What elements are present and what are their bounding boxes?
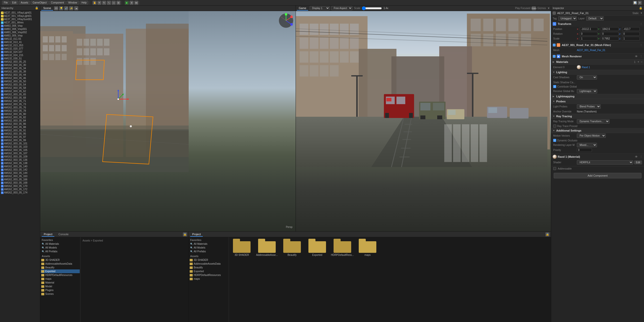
- list-item[interactable]: ▪ AM162_003_05_88: [0, 126, 40, 129]
- tree2-3d-shader[interactable]: 3D SHADER: [189, 258, 228, 262]
- probes-section-header[interactable]: ▼ Probes: [551, 99, 644, 104]
- rotation-z[interactable]: [622, 32, 640, 36]
- menu-gameobject[interactable]: GameObject: [31, 1, 48, 5]
- list-item[interactable]: ▪ AM162_003_05_68: [0, 96, 40, 99]
- asset-item-hdrp[interactable]: HDRPDefaultRess...: [331, 239, 354, 256]
- bottom-lock-icon[interactable]: 🔒: [183, 232, 187, 236]
- rotate-tool[interactable]: ↻: [102, 1, 106, 5]
- list-item[interactable]: ▪ AM162_003_05_166: [0, 178, 40, 181]
- move-tool[interactable]: ✛: [97, 1, 101, 5]
- list-item[interactable]: ▪ AM162_003_05_65: [0, 93, 40, 96]
- static-dropdown-icon[interactable]: ▼: [640, 12, 642, 14]
- tree2-exported[interactable]: Exported: [189, 269, 228, 273]
- list-item[interactable]: ▪ AM132_013_053: [0, 44, 40, 47]
- assets-content[interactable]: Assets > Exported: [80, 237, 188, 322]
- fav-all-models[interactable]: 🔍 All Models: [41, 246, 80, 250]
- receive-gi-dropdown[interactable]: Lightmaps: [577, 89, 597, 93]
- aspect-dropdown[interactable]: Free Aspect: [331, 6, 352, 10]
- lighting-section-header[interactable]: ▼ Lighting: [551, 70, 644, 75]
- transform-options[interactable]: ⋮: [640, 22, 642, 26]
- position-x[interactable]: [580, 27, 597, 31]
- list-item[interactable]: ▪ AM162_003_05_105: [0, 148, 40, 152]
- scene-light-btn[interactable]: 💡: [59, 6, 63, 10]
- list-item[interactable]: ▪ AM162_003_05_97: [0, 135, 40, 139]
- material-header[interactable]: Raod 1 (Material) 👁 ⋮: [551, 154, 644, 160]
- element0-value[interactable]: Raod 1: [582, 66, 642, 69]
- asset-item-beautify[interactable]: Beautify: [281, 239, 303, 256]
- list-item[interactable]: ▪ AM83_008_Vray002: [0, 31, 40, 34]
- remove-mat-btn[interactable]: −: [641, 60, 642, 64]
- list-item[interactable]: ▪ AM162_003_05_34: [0, 67, 40, 70]
- list-item[interactable]: ▪ AM162_003_05_76: [0, 106, 40, 109]
- motion-vectors-dropdown[interactable]: Per Object Motion: [577, 134, 606, 138]
- rect-tool[interactable]: ▭: [112, 1, 116, 5]
- tree-scenes[interactable]: Scenes: [41, 292, 80, 296]
- menu-assets[interactable]: Assets: [19, 1, 30, 5]
- list-item[interactable]: ▪ AM132_024.107: [0, 50, 40, 54]
- play-btn[interactable]: ▶: [125, 1, 129, 5]
- tree-model[interactable]: Model: [41, 285, 80, 288]
- tree2-addressable[interactable]: AddressableAssetsData: [189, 262, 228, 266]
- stats-btn[interactable]: 📊: [633, 1, 637, 5]
- list-item[interactable]: ▪ AM162_003_05_54: [0, 83, 40, 86]
- scale-z[interactable]: [622, 37, 640, 41]
- transform-tool[interactable]: ⊞: [116, 1, 120, 5]
- list-item[interactable]: ▪ AM162_003_05_172: [0, 188, 40, 191]
- tree2-hdrp[interactable]: HDRPDefaultResources: [189, 273, 228, 277]
- list-item[interactable]: ▪ AM162_003_05_78: [0, 109, 40, 112]
- list-item[interactable]: ☀ AE37_001_VRayLight01: [0, 11, 40, 14]
- gizmos-btn[interactable]: ⚙: [638, 1, 642, 5]
- hand-tool[interactable]: ✋: [93, 1, 97, 5]
- tree-maps[interactable]: maps: [41, 277, 80, 281]
- edit-button[interactable]: Edit: [634, 160, 642, 164]
- add-component-button[interactable]: Add Component: [554, 173, 641, 178]
- mesh-filter-header[interactable]: ⬡ AE37_001_Road_Far_01 (Mesh Filter) ⋮: [551, 42, 644, 48]
- scale-x[interactable]: [580, 37, 597, 41]
- list-item[interactable]: ▪ AM162_003_05_142: [0, 168, 40, 171]
- dynamic-occlusion-checkmark[interactable]: ✓: [553, 139, 556, 142]
- stats-btn[interactable]: Stats: [532, 6, 536, 10]
- scene-gizmo[interactable]: X Z Y: [278, 13, 294, 28]
- list-item[interactable]: ▪ AM162_003_05_84: [0, 119, 40, 122]
- fav-all-prefabs[interactable]: 🔍 All Prefabs: [41, 250, 80, 253]
- scene-2d-btn[interactable]: 2D: [54, 6, 58, 10]
- scene-sky-btn[interactable]: ☁: [74, 6, 78, 10]
- list-item[interactable]: ▪ AM162_003_05_82: [0, 116, 40, 119]
- scene-sound-btn[interactable]: 🔊: [64, 6, 68, 10]
- menu-help[interactable]: Help: [80, 1, 89, 5]
- tree-plugins[interactable]: Plugins: [41, 288, 80, 292]
- list-item[interactable]: ▪ AM162_003_05_62: [0, 90, 40, 93]
- fav2-all-prefabs[interactable]: 🔍 All Prefabs: [189, 250, 228, 253]
- list-item[interactable]: ▪ AM162_003_05_73: [0, 103, 40, 106]
- position-z[interactable]: [622, 27, 640, 31]
- list-item[interactable]: ▪ AM162_003_05_86: [0, 122, 40, 126]
- add-mat-btn[interactable]: +: [637, 60, 639, 64]
- tag-dropdown[interactable]: Untagged: [558, 16, 577, 21]
- list-item[interactable]: ▪ AM132_024_215: [0, 54, 40, 57]
- hierarchy-lock-icon[interactable]: 🔒: [35, 6, 38, 10]
- list-item[interactable]: ▪ AM162_003_05_103: [0, 145, 40, 148]
- tree2-maps[interactable]: maps: [189, 277, 228, 281]
- position-y[interactable]: [601, 27, 619, 31]
- list-item[interactable]: ▪ AM83_008_Vray001: [0, 27, 40, 31]
- tab-project-2[interactable]: Project: [190, 232, 203, 237]
- scene-viewport[interactable]: Persp X Z: [40, 11, 296, 231]
- hierarchy-list[interactable]: ☀ AE37_001_VRayLight01 ☀ AE37_001_VRayLi…: [0, 11, 40, 322]
- list-item[interactable]: ▪ AM83_009_Vray: [0, 34, 40, 37]
- list-item[interactable]: ▪ AM162_003_05_91: [0, 129, 40, 132]
- rotation-x[interactable]: [580, 32, 597, 36]
- list-item[interactable]: ▪ AM162_003_05_136: [0, 158, 40, 162]
- menu-window[interactable]: Window: [66, 1, 79, 5]
- fav-all-materials[interactable]: 🔍 All Materials: [41, 242, 80, 246]
- gizmos-chevron[interactable]: ▼: [547, 7, 550, 10]
- asset-item-exported[interactable]: Exported: [306, 239, 329, 256]
- list-item[interactable]: ▪ AM162_003_05_107: [0, 152, 40, 155]
- menu-file[interactable]: File: [2, 1, 10, 5]
- fav2-all-materials[interactable]: 🔍 All Materials: [189, 242, 228, 246]
- mesh-renderer-header[interactable]: ▣ Mesh Renderer 👁 ⋮: [551, 54, 644, 59]
- list-item[interactable]: ▪ AM132_011.55: [0, 37, 40, 41]
- rendering-layer-dropdown[interactable]: Mixed...: [577, 143, 597, 147]
- scene-tab[interactable]: Scene: [41, 6, 53, 11]
- lightmapping-section-header[interactable]: ▶ Lightmapping: [551, 94, 644, 99]
- mesh-renderer-options[interactable]: ⋮: [640, 55, 642, 58]
